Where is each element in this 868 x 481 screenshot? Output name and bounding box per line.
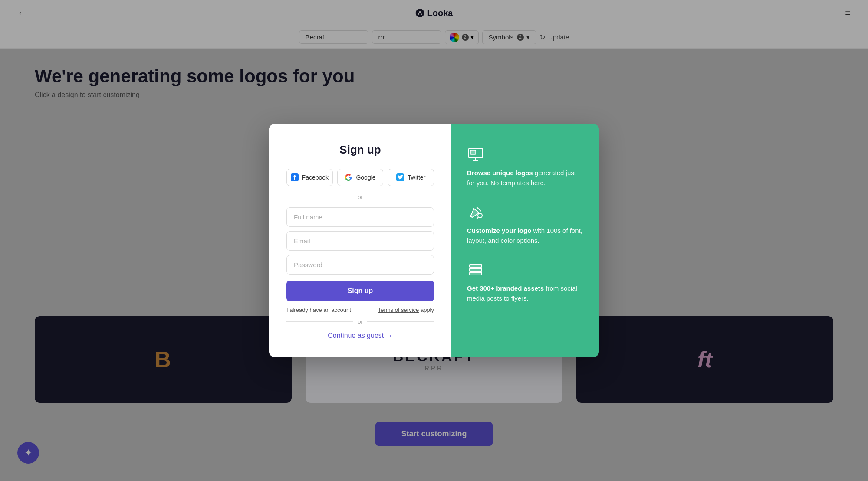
feature-1-bold: Browse unique logos (467, 169, 533, 177)
svg-point-5 (478, 213, 482, 218)
account-row: I already have an account Terms of servi… (286, 307, 434, 313)
email-input[interactable] (286, 231, 434, 251)
tos-apply: apply (421, 307, 434, 313)
layers-icon (467, 261, 484, 278)
pen-icon (467, 203, 484, 221)
password-input[interactable] (286, 255, 434, 275)
fullname-input[interactable] (286, 207, 434, 227)
modal-title: Sign up (339, 143, 381, 157)
continue-as-guest-link[interactable]: Continue as guest → (328, 332, 392, 340)
modal-left-pane: Sign up f Facebook Google (269, 124, 451, 357)
google-signup-button[interactable]: Google (337, 169, 384, 186)
monitor-icon (467, 146, 484, 163)
feature-2: Customize your logo with 100s of font, l… (467, 203, 583, 245)
feature-2-text: Customize your logo with 100s of font, l… (467, 226, 583, 245)
divider-line-right (367, 197, 434, 197)
svg-rect-8 (470, 272, 482, 275)
signup-modal: Sign up f Facebook Google (269, 124, 599, 357)
facebook-label: Facebook (302, 174, 329, 181)
social-buttons: f Facebook Google (286, 169, 434, 186)
google-label: Google (356, 174, 375, 181)
svg-rect-7 (470, 268, 482, 271)
modal-right-pane: Browse unique logos generated just for y… (451, 124, 599, 357)
account-text: I already have an account (286, 307, 351, 313)
twitter-label: Twitter (408, 174, 425, 181)
feature-3-text: Get 300+ branded assets from social medi… (467, 284, 583, 303)
signup-button[interactable]: Sign up (286, 281, 434, 301)
feature-1: Browse unique logos generated just for y… (467, 146, 583, 188)
feature-1-text: Browse unique logos generated just for y… (467, 168, 583, 188)
twitter-icon (396, 173, 404, 181)
or-divider-1: or (286, 194, 434, 200)
twitter-signup-button[interactable]: Twitter (388, 169, 434, 186)
divider2-line-left (286, 321, 353, 322)
divider-text-1: or (358, 194, 363, 200)
facebook-icon: f (291, 173, 299, 181)
google-icon (345, 173, 352, 181)
svg-rect-4 (470, 150, 476, 154)
feature-2-bold: Customize your logo (467, 227, 531, 234)
facebook-signup-button[interactable]: f Facebook (286, 169, 333, 186)
or-divider-2: or (286, 318, 434, 325)
modal-overlay[interactable]: Sign up f Facebook Google (0, 0, 868, 481)
divider-text-2: or (358, 318, 363, 325)
divider2-line-right (367, 321, 434, 322)
feature-3: Get 300+ branded assets from social medi… (467, 261, 583, 303)
tos-link[interactable]: Terms of service (378, 307, 419, 313)
svg-rect-6 (470, 265, 482, 267)
divider-line-left (286, 197, 353, 197)
feature-3-bold: Get 300+ branded assets (467, 285, 544, 292)
